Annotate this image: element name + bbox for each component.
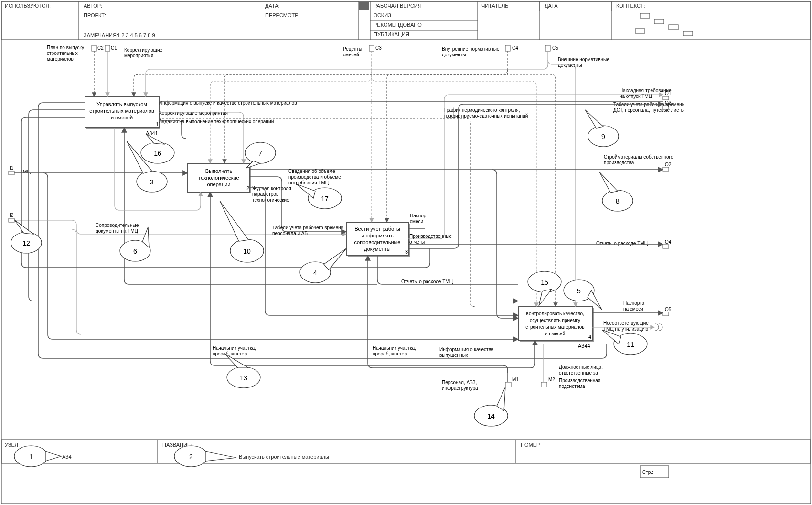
svg-text:Паспорта: Паспорта (623, 301, 645, 306)
svg-text:Персонал, АБЗ,: Персонал, АБЗ, (442, 380, 477, 385)
svg-text:Сведения об объеме: Сведения об объеме (288, 169, 335, 174)
svg-text:производства и объеме: производства и объеме (288, 174, 341, 180)
svg-text:Несоответствующие: Несоответствующие (603, 321, 649, 326)
svg-text:ДАТА: ДАТА (545, 3, 558, 9)
svg-text:O2: O2 (665, 162, 672, 167)
svg-text:12: 12 (22, 239, 30, 247)
svg-text:A34: A34 (62, 454, 72, 460)
hdr-project: ПРОЕКТ: (84, 12, 106, 18)
svg-text:документы: документы (558, 63, 582, 68)
svg-text:Контролировать качество,: Контролировать качество, (526, 311, 584, 316)
svg-text:Отчеты о расходе ТМЦ: Отчеты о расходе ТМЦ (401, 279, 453, 284)
svg-text:3: 3 (405, 249, 408, 255)
svg-text:График периодического контроля: График периодического контроля, (444, 107, 520, 113)
svg-rect-26 (683, 31, 693, 36)
svg-text:4: 4 (313, 269, 317, 277)
svg-text:A344: A344 (578, 343, 590, 349)
svg-rect-131 (505, 382, 511, 387)
svg-text:Вести учет работы: Вести учет работы (354, 226, 400, 232)
svg-text:Начальник участка,: Начальник участка, (373, 345, 416, 351)
svg-text:Накладная-требование: Накладная-требование (620, 88, 672, 93)
svg-text:Производственная: Производственная (559, 378, 600, 383)
svg-text:Корректирующие мероприятия: Корректирующие мероприятия (159, 110, 228, 116)
svg-text:Начальник участка,: Начальник участка, (213, 345, 256, 351)
hdr-notes: ЗАМЕЧАНИЯ: (84, 32, 118, 38)
svg-text:Стройматериалы собственного: Стройматериалы собственного (604, 154, 673, 160)
callout-11: 11 (602, 330, 647, 355)
svg-rect-107 (663, 167, 669, 171)
svg-text:I2: I2 (10, 213, 14, 218)
svg-text:4: 4 (588, 334, 591, 340)
svg-text:I1: I1 (10, 165, 14, 171)
svg-rect-22 (640, 13, 650, 18)
svg-text:и смесей: и смесей (111, 115, 133, 120)
svg-text:смесей: смесей (343, 52, 359, 57)
svg-text:Внутренние нормативные: Внутренние нормативные (442, 46, 500, 52)
svg-text:НОМЕР: НОМЕР (521, 442, 540, 448)
svg-text:ДСТ, персонала, путевые листы: ДСТ, персонала, путевые листы (613, 107, 684, 113)
svg-text:ПУБЛИКАЦИЯ: ПУБЛИКАЦИЯ (374, 32, 409, 37)
hdr-author: АВТОР: (84, 3, 102, 9)
svg-text:Выполнять: Выполнять (205, 168, 233, 174)
hdr-date: ДАТА: (265, 3, 280, 9)
svg-rect-77 (505, 45, 510, 51)
svg-text:7: 7 (258, 150, 262, 157)
svg-text:M2: M2 (548, 377, 555, 382)
svg-text:ЭСКИЗ: ЭСКИЗ (374, 12, 391, 18)
svg-text:1: 1 (29, 453, 33, 461)
svg-rect-83 (9, 171, 14, 175)
svg-text:строительных материалов: строительных материалов (525, 324, 584, 330)
svg-text:операции: операции (207, 182, 230, 187)
svg-text:потребления ТМЦ: потребления ТМЦ (288, 180, 329, 185)
svg-text:O5: O5 (665, 307, 672, 312)
callout-4: 4 (300, 248, 346, 283)
svg-text:технологических: технологических (252, 197, 289, 203)
svg-text:9: 9 (601, 133, 605, 140)
svg-text:прораб, мастер: прораб, мастер (373, 351, 407, 356)
svg-text:ЧИТАТЕЛЬ: ЧИТАТЕЛЬ (481, 3, 509, 9)
svg-rect-27 (1, 440, 811, 463)
svg-text:подсистема: подсистема (559, 384, 585, 389)
idef0-diagram: ИСПОЛЬЗУЮТСЯ: АВТОР: ПРОЕКТ: ДАТА: ПЕРЕС… (0, 0, 812, 505)
svg-text:Выпускать строительные материа: Выпускать строительные материалы (239, 454, 329, 460)
svg-text:ответственные за: ответственные за (559, 370, 598, 376)
callout-5: 5 (564, 280, 602, 310)
svg-text:мероприятия: мероприятия (124, 53, 153, 58)
callout-13: 13 (224, 354, 260, 388)
svg-text:Производственные: Производственные (409, 234, 452, 239)
svg-text:Журнал контроля: Журнал контроля (252, 186, 291, 191)
svg-text:график приемо-сдаточных испыта: график приемо-сдаточных испытаний (444, 113, 528, 118)
svg-rect-25 (635, 29, 645, 33)
svg-rect-69 (105, 45, 110, 51)
callout-17: 17 (296, 184, 342, 209)
svg-text:персонала и АБ: персонала и АБ (272, 231, 308, 236)
svg-text:Информация о качестве: Информация о качестве (439, 347, 494, 352)
svg-text:инфраструктура: инфраструктура (442, 386, 478, 391)
svg-text:Отчеты о расходе ТМЦ: Отчеты о расходе ТМЦ (596, 241, 648, 246)
svg-text:Сопроводительные: Сопроводительные (96, 223, 139, 228)
svg-text:Управлять выпуском: Управлять выпуском (96, 101, 147, 107)
svg-text:смеси: смеси (410, 219, 423, 224)
svg-text:План по выпуску: План по выпуску (47, 45, 84, 50)
svg-text:документы: документы (442, 52, 466, 57)
svg-text:13: 13 (240, 374, 247, 382)
svg-text:РЕКОМЕНДОВАНО: РЕКОМЕНДОВАНО (374, 22, 422, 28)
svg-text:C5: C5 (552, 45, 558, 51)
svg-text:и оформлять: и оформлять (361, 233, 394, 238)
svg-text:Паспорт: Паспорт (410, 213, 428, 218)
svg-text:Корректирующие: Корректирующие (124, 47, 162, 53)
svg-rect-73 (369, 45, 374, 51)
callout-8: 8 (599, 172, 633, 211)
svg-text:17: 17 (321, 195, 329, 203)
svg-text:и смесей: и смесей (545, 331, 565, 336)
svg-text:производства: производства (604, 160, 634, 165)
svg-rect-68 (92, 45, 96, 51)
hdr-revision: ПЕРЕСМОТР: (265, 12, 299, 18)
svg-rect-127 (663, 312, 669, 316)
svg-text:Табели учета рабочего времени: Табели учета рабочего времени (272, 225, 343, 230)
svg-text:строительных материалов: строительных материалов (89, 108, 154, 114)
svg-text:10: 10 (243, 247, 251, 255)
svg-text:Рецепты: Рецепты (343, 46, 362, 52)
svg-text:1: 1 (156, 121, 159, 127)
svg-text:M1: M1 (512, 377, 519, 382)
